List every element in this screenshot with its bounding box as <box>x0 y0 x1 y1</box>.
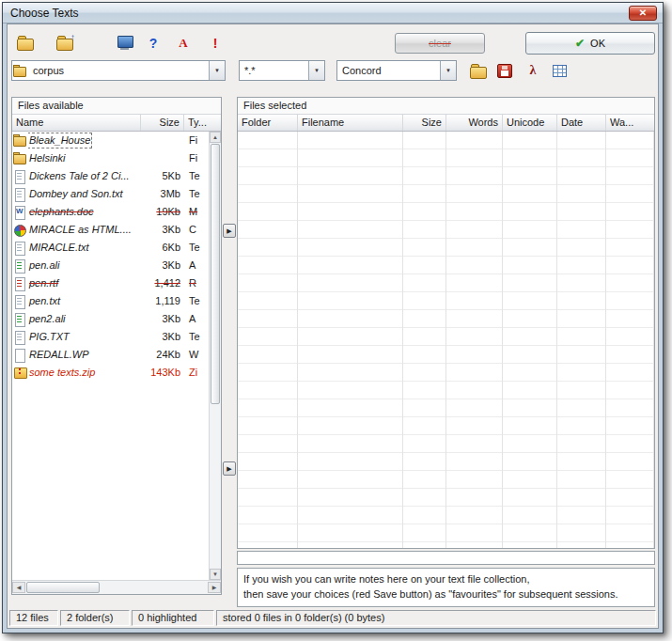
chevron-down-icon[interactable]: ▼ <box>209 61 225 80</box>
open-folder-button[interactable] <box>13 31 38 55</box>
file-type: W <box>184 346 209 364</box>
parent-folder-button[interactable]: ↑ <box>53 31 77 55</box>
list-item[interactable]: Helsinki Fi <box>12 149 209 167</box>
filespec-combobox[interactable]: *.* ▼ <box>239 60 325 81</box>
files-available-header: Name Size Ty... <box>12 115 221 132</box>
file-type: Te <box>184 167 209 185</box>
grid-column <box>446 132 503 548</box>
file-name: PIG.TXT <box>28 328 141 346</box>
scroll-down-icon[interactable]: ▼ <box>210 569 221 580</box>
lambda-button[interactable]: λ <box>521 59 545 82</box>
column-header-wa[interactable]: Wa... <box>606 115 654 131</box>
folder-combobox[interactable]: corpus ▼ <box>11 60 226 81</box>
lambda-icon: λ <box>530 63 537 78</box>
text-file-icon <box>12 292 28 310</box>
file-name: Helsinki <box>28 149 141 167</box>
list-item[interactable]: MIRACLE.txt 6Kb Te <box>12 239 209 257</box>
folder-file-icon <box>12 132 28 149</box>
load-favourites-button[interactable] <box>466 59 491 82</box>
column-header-filename[interactable]: Filename <box>298 115 403 131</box>
file-type: Te <box>184 239 209 257</box>
tool-combobox[interactable]: Concord ▼ <box>336 60 457 81</box>
file-name: pen.txt <box>28 292 141 310</box>
chevron-down-icon[interactable]: ▼ <box>308 61 324 80</box>
scroll-left-icon[interactable]: ◀ <box>12 582 25 593</box>
help-button[interactable]: ? <box>141 31 165 55</box>
close-button[interactable]: ✕ <box>629 6 657 21</box>
file-size: 3Kb <box>141 310 184 328</box>
text-file-icon <box>12 239 28 257</box>
list-item[interactable]: Dickens Tale of 2 Ci... 5Kb Te <box>12 167 209 185</box>
folder-file-icon <box>12 149 28 167</box>
file-size: 3Kb <box>141 221 184 239</box>
status-bar: 12 files 2 folder(s) 0 highlighted store… <box>9 610 656 626</box>
add-file-button[interactable]: ▶ <box>223 224 236 238</box>
table-view-button[interactable] <box>547 59 571 82</box>
column-header-date[interactable]: Date <box>557 115 606 131</box>
list-item[interactable]: elephants.doc 19Kb M <box>12 203 209 221</box>
notes-entry-field[interactable] <box>237 551 655 565</box>
file-size: 19Kb <box>141 203 184 221</box>
file-name: REDALL.WP <box>28 346 141 364</box>
drives-button[interactable] <box>113 31 137 55</box>
titlebar[interactable]: Choose Texts ✕ <box>3 3 663 23</box>
file-size: 1,412 <box>141 274 184 292</box>
folder-icon <box>17 36 34 50</box>
window-title: Choose Texts <box>3 7 79 20</box>
file-size: 5Kb <box>141 167 184 185</box>
horizontal-scrollbar[interactable]: ◀ ▶ <box>12 580 221 594</box>
scrollbar-thumb[interactable] <box>211 144 220 404</box>
status-highlighted-count: 0 highlighted <box>132 610 214 626</box>
file-name: elephants.doc <box>28 203 141 221</box>
alert-button[interactable]: ! <box>203 31 227 55</box>
column-header-folder[interactable]: Folder <box>238 115 298 131</box>
notes-area[interactable]: If you wish you can write notes here on … <box>237 568 655 607</box>
computer-icon <box>117 36 133 50</box>
column-header-type[interactable]: Ty... <box>184 115 221 131</box>
list-item[interactable]: pen.txt 1,119 Te <box>12 292 209 310</box>
vertical-scrollbar[interactable]: ▲ ▼ <box>209 132 221 580</box>
scroll-up-icon[interactable]: ▲ <box>210 132 221 143</box>
list-item[interactable]: REDALL.WP 24Kb W <box>12 346 209 364</box>
word-file-icon <box>12 203 28 221</box>
file-type: Te <box>184 328 209 346</box>
wp-file-icon <box>12 346 28 364</box>
file-type: Fi <box>184 149 209 167</box>
file-size: 143Kb <box>141 364 184 382</box>
save-favourites-button[interactable] <box>492 59 517 82</box>
column-header-size[interactable]: Size <box>141 115 184 131</box>
grid-column <box>503 132 557 548</box>
list-item[interactable]: pen2.ali 3Kb A <box>12 310 209 328</box>
list-item[interactable]: MIRACLE as HTML.... 3Kb C <box>12 221 209 239</box>
column-header-unicode[interactable]: Unicode <box>503 115 557 131</box>
scrollbar-thumb[interactable] <box>26 582 100 593</box>
grid-column <box>403 132 446 548</box>
open-folder-icon <box>470 64 487 78</box>
file-type: A <box>184 257 209 274</box>
column-header-name[interactable]: Name <box>12 115 141 131</box>
grid-column <box>557 132 606 548</box>
list-item[interactable]: Bleak_House Fi <box>12 132 209 149</box>
add-file-button[interactable]: ▶ <box>223 461 236 476</box>
alert-icon: ! <box>213 36 218 51</box>
file-size: 3Mb <box>141 185 184 203</box>
files-selected-header: Folder Filename Size Words Unicode Date … <box>238 115 654 132</box>
chevron-down-icon[interactable]: ▼ <box>440 61 456 80</box>
list-item[interactable]: pen.rtf 1,412 R <box>12 274 209 292</box>
tool-combo-value: Concord <box>337 65 440 76</box>
clear-button[interactable]: clear <box>395 33 485 54</box>
file-type: Zi <box>184 364 209 382</box>
font-button[interactable]: A <box>171 31 195 55</box>
ok-button[interactable]: ✔ OK <box>525 32 655 55</box>
html-file-icon <box>12 221 28 239</box>
status-stored-summary: stored 0 files in 0 folder(s) (0 bytes) <box>216 610 656 626</box>
file-name: Dickens Tale of 2 Ci... <box>28 167 141 185</box>
scroll-right-icon[interactable]: ▶ <box>208 582 221 593</box>
file-type: R <box>184 274 209 292</box>
list-item[interactable]: pen.ali 3Kb A <box>12 257 209 274</box>
list-item[interactable]: Dombey and Son.txt 3Mb Te <box>12 185 209 203</box>
list-item[interactable]: PIG.TXT 3Kb Te <box>12 328 209 346</box>
column-header-words[interactable]: Words <box>446 115 503 131</box>
column-header-size[interactable]: Size <box>403 115 446 131</box>
list-item[interactable]: some texts.zip 143Kb Zi <box>12 364 209 382</box>
